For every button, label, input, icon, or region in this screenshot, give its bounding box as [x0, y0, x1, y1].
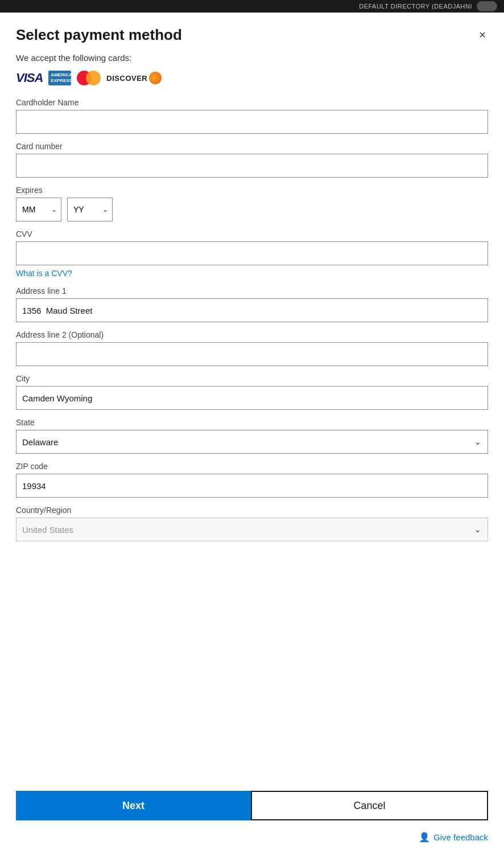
mm-select-wrapper: MM 01 02 03 04 05 06 07 08 09 10 11 12	[16, 198, 61, 221]
zip-group: ZIP code	[16, 462, 488, 498]
cvv-help-link[interactable]: What is a CVV?	[16, 269, 72, 278]
discover-logo: DISCOVER	[106, 72, 162, 84]
cardholder-name-input[interactable]	[16, 110, 488, 134]
modal-title: Select payment method	[16, 26, 182, 44]
country-label: Country/Region	[16, 506, 488, 515]
country-select[interactable]: United States	[16, 518, 488, 541]
state-label: State	[16, 418, 488, 427]
yy-select[interactable]: YY 24 25 26 27 28 29 30 31 32 33	[67, 198, 113, 221]
mc-circle-right	[86, 71, 101, 85]
card-number-label: Card number	[16, 142, 488, 151]
mastercard-logo	[77, 71, 101, 85]
cardholder-name-group: Cardholder Name	[16, 98, 488, 134]
accepted-cards-label: We accept the following cards:	[16, 53, 488, 63]
state-select[interactable]: Delaware Alabama Alaska Arizona Arkansas…	[16, 430, 488, 454]
feedback-label: Give feedback	[433, 832, 488, 842]
discover-text: DISCOVER	[106, 74, 147, 83]
country-group: Country/Region United States ⌄	[16, 506, 488, 541]
address1-group: Address line 1	[16, 286, 488, 322]
button-row: Next Cancel	[16, 791, 488, 820]
feedback-person-icon: 👤	[419, 832, 430, 843]
top-bar: DEFAULT DIRECTORY (DEADJAHNI	[0, 0, 504, 13]
expires-group: Expires MM 01 02 03 04 05 06 07 08 09 10	[16, 186, 488, 221]
cardholder-name-label: Cardholder Name	[16, 98, 488, 107]
modal-header: Select payment method ×	[0, 13, 504, 53]
mm-select[interactable]: MM 01 02 03 04 05 06 07 08 09 10 11 12	[16, 198, 61, 221]
feedback-row: 👤 Give feedback	[0, 820, 504, 854]
cvv-input[interactable]	[16, 241, 488, 265]
expires-label: Expires	[16, 186, 488, 195]
cancel-button[interactable]: Cancel	[251, 791, 488, 820]
visa-logo: VISA	[16, 71, 43, 85]
modal-footer: Next Cancel	[0, 779, 504, 820]
city-label: City	[16, 374, 488, 383]
state-group: State Delaware Alabama Alaska Arizona Ar…	[16, 418, 488, 454]
city-input[interactable]	[16, 386, 488, 410]
cvv-group: CVV What is a CVV?	[16, 229, 488, 278]
card-number-input[interactable]	[16, 154, 488, 178]
address1-input[interactable]	[16, 298, 488, 322]
zip-input[interactable]	[16, 474, 488, 498]
amex-logo: AMERICANEXPRESS	[48, 71, 71, 85]
expires-row: MM 01 02 03 04 05 06 07 08 09 10 11 12	[16, 198, 488, 221]
cvv-label: CVV	[16, 229, 488, 239]
address2-label: Address line 2 (Optional)	[16, 330, 488, 339]
country-select-wrapper: United States ⌄	[16, 518, 488, 541]
card-number-group: Card number	[16, 142, 488, 178]
modal-body: We accept the following cards: VISA AMER…	[0, 53, 504, 779]
discover-circle	[149, 72, 162, 84]
state-select-wrapper: Delaware Alabama Alaska Arizona Arkansas…	[16, 430, 488, 454]
address2-input[interactable]	[16, 342, 488, 366]
card-logos: VISA AMERICANEXPRESS DISCOVER	[16, 71, 488, 85]
close-button[interactable]: ×	[477, 26, 488, 44]
next-button[interactable]: Next	[16, 791, 251, 820]
directory-text: DEFAULT DIRECTORY (DEADJAHNI	[359, 3, 472, 10]
city-group: City	[16, 374, 488, 410]
toggle-button[interactable]	[477, 1, 497, 11]
give-feedback-link[interactable]: 👤 Give feedback	[419, 832, 488, 843]
address2-group: Address line 2 (Optional)	[16, 330, 488, 366]
address1-label: Address line 1	[16, 286, 488, 295]
yy-select-wrapper: YY 24 25 26 27 28 29 30 31 32 33 ⌄	[67, 198, 113, 221]
payment-modal: Select payment method × We accept the fo…	[0, 13, 504, 854]
zip-label: ZIP code	[16, 462, 488, 471]
